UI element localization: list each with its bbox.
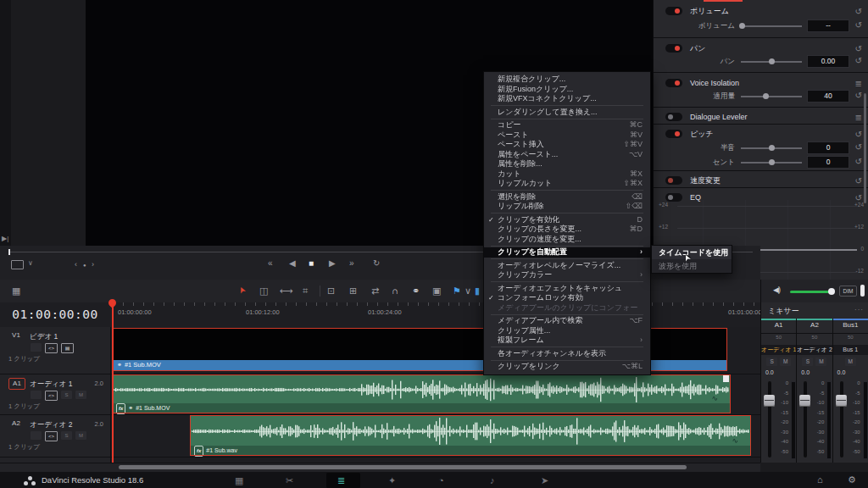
auto-select-icon[interactable] xyxy=(31,431,42,440)
loop-button[interactable]: ↻ xyxy=(373,258,380,268)
menu-item[interactable] xyxy=(491,347,643,347)
dialogue-leveler-toggle[interactable] xyxy=(665,113,682,121)
marker-icon[interactable]: ▮ xyxy=(475,286,480,297)
menu-item[interactable]: コピー ⌘C xyxy=(484,120,650,130)
page-edit-tab[interactable]: ≣ xyxy=(337,475,345,486)
track-film-icon[interactable]: ▤ xyxy=(61,343,74,353)
track-name[interactable]: オーディオ 2 xyxy=(30,420,72,430)
pan-toggle[interactable] xyxy=(665,44,682,53)
reset-icon[interactable]: ↺ xyxy=(855,20,862,30)
razor-edit-icon[interactable]: ⌗ xyxy=(303,286,308,297)
menu-item[interactable] xyxy=(491,190,643,191)
menu-item[interactable]: 選択を削除 ⌫ xyxy=(484,192,650,202)
reset-icon[interactable]: ↺ xyxy=(855,7,862,16)
audio-clip-label-bar[interactable]: fx#1 Sub.wav xyxy=(191,446,750,455)
jog-right-icon[interactable]: › xyxy=(92,260,94,269)
semitone-slider[interactable] xyxy=(741,147,802,149)
speed-change-toggle[interactable] xyxy=(665,176,682,185)
step-back-button[interactable]: ◀ xyxy=(289,258,296,268)
fader-handle[interactable] xyxy=(764,395,775,407)
menu-item[interactable] xyxy=(491,314,643,315)
inspector-scrollbar[interactable] xyxy=(864,93,866,203)
page-fairlight-tab[interactable]: ♪ xyxy=(490,475,495,485)
selection-tool-icon[interactable]: ➤ xyxy=(236,285,248,295)
audio-clip-label-bar[interactable]: fx⚭#1 Sub.MOV xyxy=(113,403,730,413)
menu-item[interactable] xyxy=(491,213,643,214)
menu-item[interactable]: クリップの速度を変更... xyxy=(484,235,650,245)
volume-slider[interactable] xyxy=(741,25,802,27)
cents-value[interactable]: 0 xyxy=(807,156,849,169)
channel-pan-row[interactable]: 50 xyxy=(761,335,796,344)
volume-value[interactable]: -- xyxy=(807,19,849,32)
fader-track[interactable] xyxy=(840,381,843,458)
menu-item[interactable]: 新規VFXコネクトクリップ... xyxy=(484,94,650,104)
menu-item[interactable]: 新規Fusionクリップ... xyxy=(484,85,650,95)
menu-item[interactable]: ペースト ⌘V xyxy=(484,130,650,141)
solo-icon[interactable]: S xyxy=(61,391,72,399)
pan-slider[interactable] xyxy=(741,61,802,63)
menu-item[interactable]: メディアプールのクリップにコンフォームロック xyxy=(484,303,650,313)
channel-pan-row[interactable]: 50 xyxy=(797,335,832,344)
playhead[interactable] xyxy=(112,302,114,463)
menu-item[interactable]: ペースト挿入 ⇧⌘V xyxy=(484,140,650,150)
timeline-view-options-icon[interactable]: ▦ xyxy=(12,286,20,297)
auto-select-icon[interactable] xyxy=(31,343,42,352)
solo-button[interactable]: S xyxy=(802,358,813,366)
viewer-mode-icon[interactable] xyxy=(11,260,24,269)
link-clips-icon[interactable]: ⚭ xyxy=(412,286,420,297)
jog-left-icon[interactable]: ‹ xyxy=(75,260,77,269)
channel-pan-row[interactable]: 50 xyxy=(833,335,868,344)
audio-clip-a1[interactable]: fx⚭#1 Sub.MOV ∿ xyxy=(113,375,730,413)
menu-item[interactable]: クリップ属性... xyxy=(484,326,650,336)
mute-icon[interactable]: M xyxy=(75,431,86,440)
page-fusion-tab[interactable]: ✦ xyxy=(388,475,396,486)
destination-icon[interactable]: <> xyxy=(45,431,58,441)
toolbar-separator[interactable] xyxy=(320,286,320,297)
page-cut-tab[interactable]: ✂ xyxy=(286,475,293,486)
sliders-icon[interactable]: ≣ xyxy=(855,79,862,88)
solo-icon[interactable]: S xyxy=(61,431,72,440)
menu-item[interactable]: レンダリングして置き換え... xyxy=(484,108,650,118)
stop-button[interactable]: ■ xyxy=(309,258,314,268)
reset-icon[interactable]: ↺ xyxy=(855,91,862,100)
trim-handle[interactable] xyxy=(723,375,729,382)
track-badge-a2[interactable]: A2 xyxy=(8,419,24,429)
flag-dropdown-icon[interactable]: ∨ xyxy=(465,286,471,297)
amount-slider[interactable] xyxy=(741,96,802,97)
pan-value[interactable]: 0.00 xyxy=(807,55,849,68)
timeline-ruler[interactable]: 01:00:00:0001:00:12:0001:00:24:0001:01:0… xyxy=(110,302,760,327)
menu-item[interactable] xyxy=(491,246,643,247)
destination-icon[interactable]: <> xyxy=(45,391,58,401)
menu-item[interactable]: メディアプール内で検索 ⌥F xyxy=(484,316,650,326)
destination-icon[interactable]: <> xyxy=(45,343,58,353)
mute-button[interactable]: M xyxy=(845,358,856,366)
menu-item[interactable]: オーディオエフェクトをキャッシュ xyxy=(484,284,650,294)
fader-handle[interactable] xyxy=(836,395,847,407)
dim-button[interactable]: DIM xyxy=(839,286,857,297)
fader-handle[interactable] xyxy=(799,395,810,407)
speaker-icon[interactable]: ◀) xyxy=(773,286,780,294)
reset-icon[interactable]: ↺ xyxy=(855,44,862,53)
mute-button[interactable]: M xyxy=(780,358,791,366)
track-badge-v1[interactable]: V1 xyxy=(8,330,24,341)
replace-edit-icon[interactable]: ⇄ xyxy=(371,286,379,297)
mixer-options-icon[interactable]: ··· xyxy=(854,306,864,313)
menu-item[interactable]: 各オーディオチャンネルを表示 xyxy=(484,349,650,359)
flag-icon[interactable]: ⚑ xyxy=(453,286,461,297)
scrubber-position[interactable] xyxy=(8,249,10,255)
mute-icon[interactable]: M xyxy=(75,391,86,399)
fader-track[interactable] xyxy=(804,381,807,458)
voice-isolation-toggle[interactable] xyxy=(665,79,682,87)
volume-toggle[interactable] xyxy=(665,7,682,15)
menu-item[interactable]: リップル削除 ⇧⌫ xyxy=(484,202,650,212)
audio-clip-a2[interactable]: fx#1 Sub.wav ∿ xyxy=(191,416,750,455)
mixer-channel-strip[interactable]: A2 50 オーディオ 2 S M 0.0 0-5-10-15-20-30-40… xyxy=(797,319,832,463)
jump-icon[interactable]: ▶| xyxy=(2,235,8,242)
menu-item[interactable]: ✓ コンフォームロック有効 xyxy=(484,293,650,303)
menu-item[interactable]: オーディオレベルをノーマライズ... xyxy=(484,261,650,271)
goto-end-button[interactable]: » xyxy=(349,258,354,268)
goto-start-button[interactable]: « xyxy=(268,258,273,268)
mute-button[interactable]: M xyxy=(815,358,826,366)
position-lock-icon[interactable]: ▣ xyxy=(432,286,441,297)
volume-knob[interactable] xyxy=(828,288,835,295)
